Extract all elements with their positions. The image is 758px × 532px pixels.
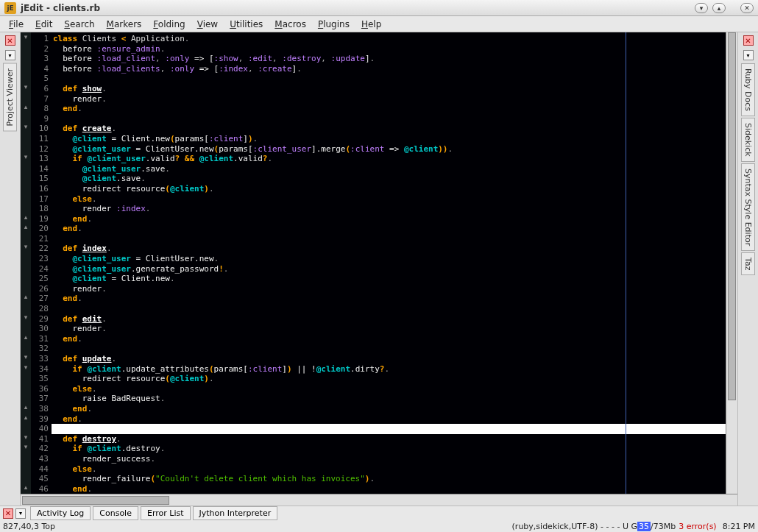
menu-help[interactable]: Help	[355, 18, 387, 31]
clock: 8:21 PM	[723, 522, 755, 531]
panel-tab-sidekick[interactable]: Sidekick	[741, 118, 755, 162]
close-dock-icon[interactable]: ✕	[3, 508, 13, 519]
bottom-dock: ✕ ▾ Activity LogConsoleError ListJython …	[0, 506, 758, 520]
statusbar: 827,40,3 Top (ruby,sidekick,UTF-8) - - -…	[0, 520, 758, 532]
scrollbar-thumb[interactable]	[22, 496, 169, 505]
memory-used[interactable]: 35	[637, 522, 651, 531]
linenumber-gutter: 1234567891011121314151617181920212223242…	[31, 32, 52, 494]
panel-tab-syntax-style-editor[interactable]: Syntax Style Editor	[741, 163, 755, 251]
menubar: FileEditSearchMarkersFoldingViewUtilitie…	[0, 16, 758, 32]
menu-view[interactable]: View	[191, 18, 224, 31]
panel-tab-console[interactable]: Console	[93, 506, 138, 520]
horizontal-scrollbar[interactable]	[21, 494, 737, 506]
close-dock-icon[interactable]: ✕	[5, 35, 15, 46]
fold-gutter[interactable]: ▾▾▴▾▾▴▴▾▴▾▴▾▾▴▴▾▾▴	[21, 32, 31, 494]
menu-markers[interactable]: Markers	[101, 18, 148, 31]
panel-tab-project-viewer[interactable]: Project Viewer	[3, 63, 17, 132]
menu-utilities[interactable]: Utilities	[224, 18, 269, 31]
titlebar: jE jEdit - clients.rb ▾ ▴ ✕	[0, 0, 758, 16]
memory-cap: /73Mb	[651, 522, 676, 531]
panel-tab-jython-interpreter[interactable]: Jython Interpreter	[193, 506, 278, 520]
menu-macros[interactable]: Macros	[269, 18, 312, 31]
menu-edit[interactable]: Edit	[29, 18, 58, 31]
close-button[interactable]: ✕	[740, 3, 754, 13]
dock-menu-icon[interactable]: ▾	[15, 508, 26, 519]
maximize-button[interactable]: ▴	[712, 3, 726, 13]
vertical-scrollbar[interactable]	[726, 32, 737, 494]
window-title: jEdit - clients.rb	[21, 3, 690, 13]
panel-tab-taz[interactable]: Taz	[741, 252, 755, 275]
right-dock: ✕ ▾ Ruby DocsSidekickSyntax Style Editor…	[737, 32, 758, 506]
menu-plugins[interactable]: Plugins	[312, 18, 355, 31]
text-area[interactable]: class Clients < Application. before :ens…	[52, 32, 726, 494]
editor: ▾▾▴▾▾▴▴▾▴▾▴▾▾▴▴▾▾▴ 123456789101112131415…	[21, 32, 737, 506]
caret-status: 827,40,3 Top	[3, 522, 55, 531]
menu-folding[interactable]: Folding	[147, 18, 191, 31]
panel-tab-ruby-docs[interactable]: Ruby Docs	[741, 63, 755, 116]
app-icon: jE	[4, 2, 16, 14]
left-dock: ✕ ▾ Project Viewer	[0, 32, 21, 506]
dock-menu-icon[interactable]: ▾	[5, 50, 15, 60]
dock-menu-icon[interactable]: ▾	[743, 50, 754, 60]
minimize-button[interactable]: ▾	[695, 3, 708, 13]
error-count[interactable]: 3 error(s)	[679, 522, 716, 531]
scrollbar-thumb[interactable]	[728, 32, 736, 400]
panel-tab-activity-log[interactable]: Activity Log	[30, 506, 91, 520]
menu-file[interactable]: File	[3, 18, 29, 31]
panel-tab-error-list[interactable]: Error List	[141, 506, 191, 520]
menu-search[interactable]: Search	[58, 18, 100, 31]
mode-status: (ruby,sidekick,UTF-8) - - - - U G	[512, 522, 637, 531]
close-dock-icon[interactable]: ✕	[743, 35, 754, 46]
